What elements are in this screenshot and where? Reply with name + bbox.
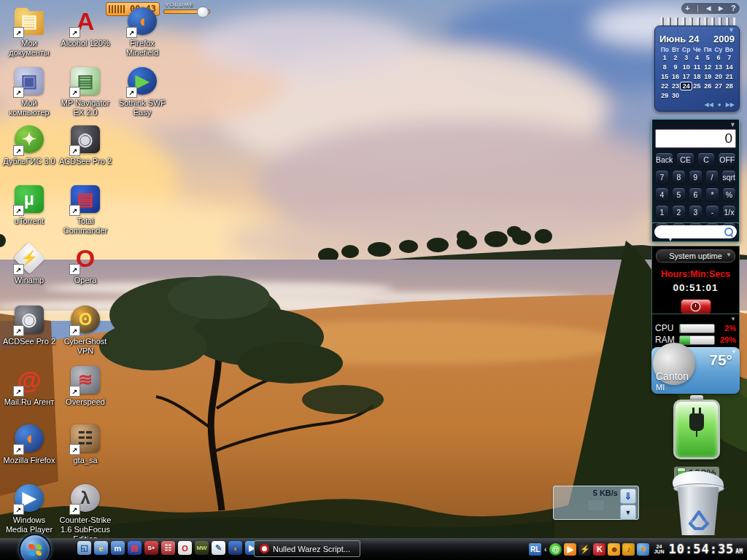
tray-icon-utorrent-tray[interactable]: ▼ xyxy=(637,543,649,556)
calc-button-OFF[interactable]: OFF xyxy=(718,152,736,167)
desktop-icon-counter-strike[interactable]: λ↗Counter-Strike 1.6 SubFocus Edition xyxy=(58,483,113,545)
calc-button-5[interactable]: 5 xyxy=(672,187,686,202)
add-gadget-button[interactable]: + xyxy=(685,4,689,12)
calendar-day[interactable]: 3 xyxy=(681,54,692,61)
desktop-icon-gta-sa[interactable]: ☷↗gta_sa xyxy=(58,423,113,465)
desktop-icon-utorrent[interactable]: µ↗uTorrent xyxy=(1,184,57,226)
tray-icon-download-master[interactable]: ⚡ xyxy=(578,543,591,556)
calendar-selected-day[interactable]: 24 xyxy=(681,82,692,90)
calendar-day[interactable]: 17 xyxy=(681,73,692,80)
desktop-icon-sothink-swf-easy[interactable]: ▶↗Sothink SWF Easy xyxy=(115,66,170,117)
chevron-down-icon[interactable]: ▼ xyxy=(659,28,735,33)
calendar-day[interactable]: 29 xyxy=(659,92,670,99)
search-input[interactable] xyxy=(658,227,721,237)
quicklaunch-red-grid-app[interactable]: ☷ xyxy=(161,541,175,555)
calendar-prev-button[interactable]: ◀◀ xyxy=(705,101,713,108)
calendar-day[interactable]: 10 xyxy=(681,63,692,71)
next-page-button[interactable]: ▶ xyxy=(719,6,723,12)
calendar-day[interactable]: 1 xyxy=(659,54,670,61)
chevron-down-icon[interactable]: ▼ xyxy=(667,238,737,241)
desktop-icon-mp-navigator[interactable]: ▤↗MP Navigator EX 2.0 xyxy=(58,66,113,117)
calendar-day[interactable]: 18 xyxy=(692,73,703,80)
desktop-icon-mailru-agent[interactable]: @↗Mail.Ru Агент xyxy=(1,365,57,407)
calc-button-9[interactable]: 9 xyxy=(689,170,703,184)
calendar-day[interactable]: 14 xyxy=(724,63,735,71)
calc-button-7[interactable]: 7 xyxy=(655,170,669,184)
help-button[interactable]: ? xyxy=(731,4,736,12)
calc-button-3[interactable]: 3 xyxy=(689,205,703,219)
calendar-day[interactable]: 25 xyxy=(692,82,703,90)
desktop-icon-firefox-minefield[interactable]: ◖↗Firefox Minefield xyxy=(115,6,170,58)
desktop-icon-overspeed[interactable]: ≋↗Overspeed xyxy=(58,365,113,407)
volume-slider-knob[interactable] xyxy=(197,7,209,18)
calc-button-2[interactable]: 2 xyxy=(672,205,686,219)
calc-button-[interactable]: - xyxy=(705,205,719,219)
calendar-day[interactable]: 9 xyxy=(670,63,681,71)
weather-widget[interactable]: ▼ 75° Canton MI xyxy=(651,347,740,394)
quicklaunch-mw-app[interactable]: MW xyxy=(195,541,209,555)
desktop-icon-windows-media-player[interactable]: ▶↗Windows Media Player xyxy=(1,483,57,534)
calendar-day[interactable]: 19 xyxy=(703,73,713,80)
desktop-icon-winamp[interactable]: ⚡↗Winamp xyxy=(1,243,57,285)
quicklaunch-maxthon[interactable]: m xyxy=(111,541,125,555)
calendar-day[interactable]: 26 xyxy=(703,82,713,90)
desktop-icon-mozilla-firefox[interactable]: ◖↗Mozilla Firefox xyxy=(1,423,57,465)
download-icon[interactable]: ⇓ xyxy=(620,489,636,504)
calendar-day[interactable]: 22 xyxy=(659,82,670,90)
uptime-power-button[interactable] xyxy=(681,299,711,314)
calendar-day[interactable]: 13 xyxy=(713,63,724,71)
chevron-down-icon[interactable]: ▼ xyxy=(620,505,636,520)
desktop-icon-acdsee-pro-2[interactable]: ◉↗ACDSee Pro 2 xyxy=(1,304,57,346)
tray-collapse-arrow[interactable]: ‹ xyxy=(544,545,546,553)
calendar-day[interactable]: 30 xyxy=(670,92,681,99)
calendar-day[interactable]: 23 xyxy=(670,82,681,90)
calendar-day[interactable]: 4 xyxy=(692,54,703,61)
calendar-next-button[interactable]: ▶▶ xyxy=(726,101,735,108)
calendar-day[interactable]: 5 xyxy=(703,54,713,61)
calendar-day[interactable]: 16 xyxy=(670,73,681,80)
calc-button-6[interactable]: 6 xyxy=(689,187,703,202)
desktop-icon-my-documents[interactable]: ▤↗Мои документы xyxy=(1,6,57,58)
calc-button-1x[interactable]: 1/x xyxy=(722,205,736,219)
calendar-day[interactable]: 15 xyxy=(659,73,670,80)
calendar-day[interactable]: 2 xyxy=(670,54,681,61)
calendar-day[interactable]: 7 xyxy=(724,54,735,61)
calendar-today-button[interactable]: ● xyxy=(718,101,721,108)
calc-button-1[interactable]: 1 xyxy=(655,205,669,219)
calc-button-Back[interactable]: Back xyxy=(655,152,673,167)
calc-button-[interactable]: * xyxy=(705,187,719,202)
calendar-day[interactable]: 6 xyxy=(713,54,724,61)
tray-icon-mailru-agent[interactable]: @ xyxy=(549,543,562,556)
calendar-day[interactable]: 12 xyxy=(703,63,713,71)
desktop-icon-acdsee-pro-2[interactable]: ◉↗ACDSee Pro 2 xyxy=(58,124,113,166)
calendar-day[interactable]: 8 xyxy=(659,63,670,71)
tray-icon-kaspersky[interactable]: K xyxy=(593,543,605,556)
quicklaunch-show-desktop[interactable]: ◱ xyxy=(77,541,91,555)
recycle-bin-full[interactable] xyxy=(665,471,732,538)
chevron-down-icon[interactable]: ▼ xyxy=(726,252,732,258)
quicklaunch-firefox[interactable]: ◖ xyxy=(228,541,242,555)
calc-button-4[interactable]: 4 xyxy=(655,187,669,202)
calc-button-[interactable]: % xyxy=(722,187,736,202)
quicklaunch-opera[interactable]: O xyxy=(178,541,192,555)
calc-button-C[interactable]: C xyxy=(697,152,716,167)
tray-icon-smiley[interactable]: ☻ xyxy=(608,543,620,556)
taskbar-window-button[interactable]: Nulled Warez Script... xyxy=(254,540,360,557)
calc-button-CE[interactable]: CE xyxy=(676,152,694,167)
quicklaunch-notepad[interactable]: ✎ xyxy=(212,541,225,555)
quicklaunch-total-commander[interactable]: ▤ xyxy=(128,541,142,555)
calendar-day[interactable]: 20 xyxy=(713,73,724,80)
tray-clock[interactable]: 10:54:35 AM xyxy=(668,542,743,556)
desktop-icon-dublgis[interactable]: ✦↗ДубльГИС 3.0 xyxy=(1,124,57,166)
calendar-day[interactable]: 28 xyxy=(724,82,735,90)
tray-icon-media-player[interactable]: ▶ xyxy=(564,543,576,556)
calc-button-[interactable]: / xyxy=(705,170,719,184)
desktop-icon-cyberghost-vpn[interactable]: ʘ↗CyberGhost VPN xyxy=(58,304,113,356)
desktop-icon-total-commander[interactable]: ▤↗Total Commander xyxy=(58,184,113,236)
calc-button-8[interactable]: 8 xyxy=(672,170,686,184)
chevron-down-icon[interactable]: ▼ xyxy=(655,316,736,322)
desktop-icon-opera[interactable]: O↗Opera xyxy=(58,243,113,285)
chevron-down-icon[interactable]: ▼ xyxy=(655,122,736,128)
desktop-icon-alcohol-120[interactable]: A↗Alcohol 120% xyxy=(58,6,113,48)
quicklaunch-shield-s-plus[interactable]: S+ xyxy=(144,541,158,555)
